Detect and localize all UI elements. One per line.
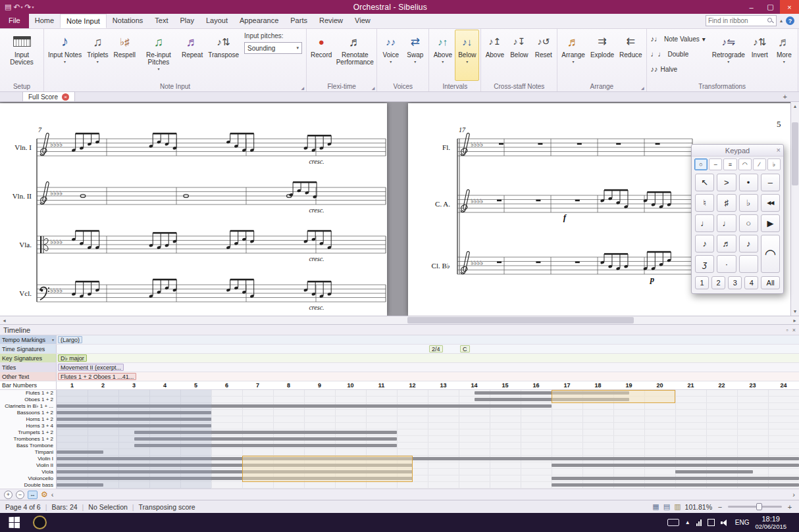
rewind-key[interactable]: ◀◀ [761,194,780,212]
more-button[interactable]: ♬More▾ [772,30,796,81]
below-button[interactable]: ♪↓Below▾ [455,30,479,81]
voice-key-4[interactable]: 4 [744,276,758,289]
view-mode-icon-2[interactable]: ▤ [663,502,670,511]
timeline-row-label[interactable]: Time Signatures [0,345,57,353]
instrument-activity-bar[interactable] [552,477,799,480]
explode-button[interactable]: ⇉Explode [588,30,617,81]
scroll-left-icon[interactable]: ◂ [0,318,9,324]
timeline-zoom-out-icon[interactable]: − [16,491,24,499]
view-mode-icon-1[interactable]: ▦ [652,502,659,511]
timeline-scroll-left-icon[interactable]: ‹ [51,491,54,498]
timeline-event[interactable]: Flutes 1 + 2 Oboes 1 ...41... [58,373,136,380]
horizontal-scroll-track[interactable] [9,316,790,324]
instrument-activity-bar[interactable] [552,464,799,467]
tab-notations[interactable]: Notations [107,14,149,28]
flat-key[interactable]: ♭ [739,194,758,212]
accent-key[interactable]: > [717,174,736,191]
transpose-button[interactable]: ♪⇅Transpose [205,30,242,81]
timeline-selection[interactable] [552,390,675,403]
input-pitches-select[interactable]: Sounding▾ [244,42,302,54]
timeline-event[interactable]: D♭ major [58,354,87,362]
close-tab-icon[interactable]: × [62,93,69,101]
timeline-event[interactable]: 2/4 [429,345,443,352]
half-note-key[interactable]: ♩ [695,214,714,232]
tab-review[interactable]: Review [313,14,349,28]
tab-home[interactable]: Home [29,14,60,28]
vertical-scroll-track[interactable] [791,110,799,307]
help-icon[interactable]: ? [786,16,794,25]
eighth-note-key[interactable]: ♪ [695,235,714,253]
instrument-activity-bar[interactable] [675,470,753,473]
above-button[interactable]: ♪↥Above [482,30,507,81]
timeline-selection[interactable] [242,456,413,482]
network-icon[interactable] [696,520,702,526]
zoom-out-icon[interactable]: − [716,503,724,511]
below-button[interactable]: ♪↧Below [507,30,531,81]
horizontal-scroll-thumb[interactable] [407,317,634,324]
taskbar-clock[interactable]: 18:19 02/06/2015 [755,516,786,530]
close-button[interactable]: × [780,0,799,14]
minimize-button[interactable]: – [742,0,761,14]
tray-expand-icon[interactable]: ▲ [685,520,690,525]
view-mode-icon-3[interactable]: ▥ [674,502,681,511]
timeline-row-label[interactable]: Titles [0,363,57,372]
undo-button[interactable]: ↶▾ [13,3,22,11]
rest-key[interactable]: ʒ [695,255,714,273]
timeline-event[interactable]: C [460,345,470,352]
invert-button[interactable]: ♪⇅Invert [748,30,772,81]
scroll-down-icon[interactable]: ▾ [794,307,796,316]
scroll-right-icon[interactable]: ▸ [790,318,799,324]
swap-button[interactable]: ⇄Swap▾ [403,30,427,81]
zoom-slider[interactable] [728,506,782,508]
instrument-activity-bar[interactable] [552,483,799,487]
halve-button[interactable]: ♪♪Halve [648,62,708,77]
triplets-button[interactable]: ♫Triplets▾ [84,30,111,81]
score-page-left[interactable]: 7Vln. I♭♭♭♭cresc.Vln. II♭♭♭♭cresc.Vla.♭♭… [0,103,387,316]
dialog-launcher-icon[interactable]: ◢ [301,85,304,90]
timeline-close-icon[interactable]: × [792,327,796,333]
ribbon-search-input[interactable] [708,17,767,24]
double-button[interactable]: ♩♩Double [648,47,708,62]
keypad-tab-beams[interactable]: – [709,158,722,170]
new-tab-icon[interactable]: + [783,93,787,101]
zoom-in-icon[interactable]: + [786,503,794,511]
collapse-ribbon-icon[interactable]: ▴ [780,18,783,24]
timeline-fit-toggle-icon[interactable]: ↔ [28,491,38,499]
tab-text[interactable]: Text [149,14,174,28]
reset-button[interactable]: ♪↺Reset [531,30,555,81]
above-button[interactable]: ♪↑Above▾ [430,30,455,81]
play-key[interactable]: ▶ [761,214,780,232]
tab-play[interactable]: Play [174,14,200,28]
timeline-row-label[interactable]: Tempo Markings▾ [0,335,57,344]
keypad-tab-tuplets[interactable]: ∕ [753,158,766,170]
timeline-event[interactable]: (Largo) [58,336,82,343]
repeat-button[interactable]: ♬Repeat [179,30,205,81]
tab-note-input[interactable]: Note Input [60,14,107,28]
staccato-key[interactable]: • [739,174,758,191]
thirtysecond-note-key[interactable]: ♪ [739,235,758,253]
record-button[interactable]: ●Record [308,30,334,81]
language-indicator[interactable]: ENG [735,519,750,526]
sixteenth-note-key[interactable]: ♬ [717,235,736,253]
tab-parts[interactable]: Parts [284,14,313,28]
tab-view[interactable]: View [349,14,376,28]
dialog-launcher-icon[interactable]: ◢ [641,85,644,90]
file-tab[interactable]: File [0,14,29,28]
keypad-tab-accidentals[interactable]: ♭ [767,158,781,170]
whole-note-key[interactable]: ○ [739,214,758,232]
natural-key[interactable]: ♮ [695,194,714,212]
keypad-window[interactable]: Keypad × ○–≡◠∕♭ ↖>•–♮♯♭◀◀♩♩○▶♪♬♪◠ʒ· 1234… [691,144,784,294]
keypad-close-icon[interactable]: × [777,146,781,154]
keypad-tab-articulations[interactable]: ◠ [738,158,752,170]
save-button[interactable]: ▤ [5,3,11,11]
keypad-tab-notes[interactable]: ○ [694,158,708,170]
action-center-icon[interactable] [708,519,715,526]
arrange-button[interactable]: ♬Arrange▾ [559,30,588,81]
input-notes-button[interactable]: ♪Input Notes▾ [45,30,84,81]
vertical-scroll-thumb[interactable] [792,122,798,185]
document-tab-full-score[interactable]: Full Score × [22,91,75,101]
note-values-button[interactable]: ♪♩Note Values▾ [648,32,708,47]
dot-key[interactable]: · [717,255,736,273]
respell-button[interactable]: ♭♯Respell [111,30,138,81]
tenuto-key[interactable]: – [761,174,780,191]
